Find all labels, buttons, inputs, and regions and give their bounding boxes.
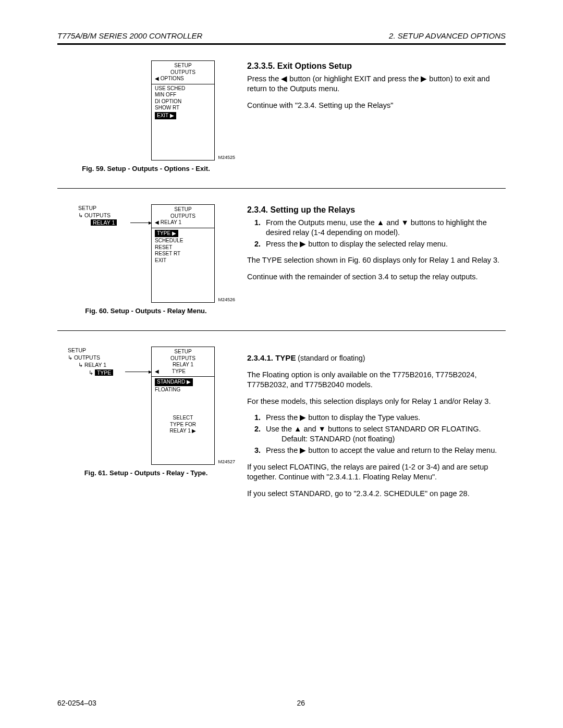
body-text: Continue with "2.3.4. Setting up the Rel… xyxy=(247,101,506,111)
lcd-head-line: RELAY 1 xyxy=(155,362,211,368)
section-heading: 2.3.4. Setting up the Relays xyxy=(247,204,506,216)
tree-item: RELAY 1 xyxy=(91,219,117,226)
list-item: Use the ▲ and ▼ buttons to select STANDA… xyxy=(263,424,506,445)
lcd-head-line: ◀ TYPE xyxy=(155,368,211,375)
header-left: T775A/B/M SERIES 2000 CONTROLLER xyxy=(57,31,202,40)
body-text: Press the ◀ button (or highlight EXIT an… xyxy=(247,74,506,94)
list-item: Press the ▶ button to display the Type v… xyxy=(263,413,506,423)
body-text: Continue with the remainder of section 3… xyxy=(247,272,506,282)
body-text: The TYPE selection shown in Fig. 60 disp… xyxy=(247,255,506,266)
body-text: If you select STANDARD, go to "2.3.4.2. … xyxy=(247,489,506,499)
list-item: Press the ▶ button to display the select… xyxy=(263,239,506,250)
figure-caption: Fig. 59. Setup - Outputs - Options - Exi… xyxy=(57,165,235,172)
lcd-item: RESET RT xyxy=(155,251,211,257)
right-arrow-icon: ▶ xyxy=(421,75,427,83)
left-arrow-icon: ◀ xyxy=(281,75,287,83)
section-type: SETUP ↳ OUTPUTS ↳ RELAY 1 ↳ TYPE SETUP O… xyxy=(57,347,506,505)
tree-item: ↳ RELAY 1 xyxy=(78,361,113,368)
figure-caption: Fig. 60. Setup - Outputs - Relay Menu. xyxy=(57,307,235,315)
lcd-item: USE SCHED xyxy=(155,85,211,92)
header-rule xyxy=(57,43,506,45)
tree-item: ↳ OUTPUTS xyxy=(78,212,117,219)
up-arrow-icon: ▲ xyxy=(377,218,384,227)
lcd-head-line: OUTPUTS xyxy=(155,69,211,76)
arrow-icon xyxy=(130,223,151,223)
menu-tree: SETUP ↳ OUTPUTS ↳ RELAY 1 ↳ TYPE xyxy=(68,347,113,376)
down-arrow-icon: ▼ xyxy=(319,425,326,433)
page-number: 26 xyxy=(297,699,305,707)
right-arrow-icon: ▶ xyxy=(300,413,306,422)
lcd-foot-line: TYPE FOR xyxy=(155,422,211,428)
default-note: Default: STANDARD (not floating) xyxy=(282,434,506,445)
lcd-fig59: SETUP OUTPUTS ◀ OPTIONS USE SCHED MIN OF… xyxy=(151,60,215,161)
lcd-item: EXIT xyxy=(155,257,211,264)
header-right: 2. SETUP ADVANCED OPTIONS xyxy=(389,31,506,40)
lcd-foot-line: SELECT xyxy=(155,415,211,422)
body-text: For these models, this selection display… xyxy=(247,397,506,407)
tree-item: SETUP xyxy=(78,204,117,212)
section-divider xyxy=(57,330,506,331)
lcd-fig60: SETUP OUTPUTS ◀ RELAY 1 TYPE ▶ SCHEDULE … xyxy=(151,204,215,303)
page-header: T775A/B/M SERIES 2000 CONTROLLER 2. SETU… xyxy=(57,31,506,40)
menu-tree: SETUP ↳ OUTPUTS RELAY 1 xyxy=(78,204,117,227)
body-text: If you select FLOATING, the relays are p… xyxy=(247,462,506,483)
body-text: The Floating option is only available on… xyxy=(247,370,506,390)
lcd-item: SCHEDULE xyxy=(155,238,211,244)
lcd-head-line: ◀ RELAY 1 xyxy=(155,219,211,226)
figure-id: M24527 xyxy=(218,459,235,464)
lcd-item-highlight: TYPE ▶ xyxy=(155,230,178,238)
tree-item: ↳ TYPE xyxy=(89,369,113,376)
figure-caption: Fig. 61. Setup - Outputs - Relay - Type. xyxy=(57,469,235,477)
section-setting-relays: SETUP ↳ OUTPUTS RELAY 1 SETUP OUTPUTS ◀ … xyxy=(57,204,506,315)
section-exit-options: SETUP OUTPUTS ◀ OPTIONS USE SCHED MIN OF… xyxy=(57,60,506,172)
lcd-fig61: SETUP OUTPUTS RELAY 1 ◀ TYPE STANDARD ▶ … xyxy=(151,347,215,465)
lcd-item: SHOW RT xyxy=(155,105,211,112)
lcd-item: FLOATING xyxy=(155,387,211,393)
figure-id: M24526 xyxy=(218,297,235,302)
up-arrow-icon: ▲ xyxy=(294,425,301,433)
page-footer: 62-0254–03 26 xyxy=(57,699,506,707)
doc-number: 62-0254–03 xyxy=(57,699,96,707)
tree-item: SETUP xyxy=(68,347,113,354)
lcd-item-highlight: STANDARD ▶ xyxy=(155,378,193,386)
right-arrow-icon: ▶ xyxy=(300,446,306,454)
down-arrow-icon: ▼ xyxy=(401,218,408,227)
arrow-icon xyxy=(125,372,151,372)
numbered-list: Press the ▶ button to display the Type v… xyxy=(247,413,506,455)
list-item: From the Outputs menu, use the ▲ and ▼ b… xyxy=(263,218,506,238)
lcd-head-line: OUTPUTS xyxy=(155,213,211,220)
lcd-item-highlight: EXIT ▶ xyxy=(155,112,176,120)
section-heading: 2.3.3.5. Exit Options Setup xyxy=(247,60,506,72)
numbered-list: From the Outputs menu, use the ▲ and ▼ b… xyxy=(247,218,506,250)
figure-id: M24525 xyxy=(218,155,235,160)
lcd-head-line: ◀ OPTIONS xyxy=(155,76,211,82)
lcd-head-line: SETUP xyxy=(155,63,211,69)
lcd-foot-line: RELAY 1 ▶ xyxy=(155,428,211,435)
lcd-head-line: OUTPUTS xyxy=(155,355,211,362)
lcd-head-line: SETUP xyxy=(155,206,211,213)
lcd-item: RESET xyxy=(155,244,211,251)
right-arrow-icon: ▶ xyxy=(300,240,306,248)
section-divider xyxy=(57,188,506,189)
lcd-item: DI OPTION xyxy=(155,98,211,105)
lcd-head-line: SETUP xyxy=(155,349,211,355)
list-item: Press the ▶ button to accept the value a… xyxy=(263,446,506,456)
tree-item: ↳ OUTPUTS xyxy=(68,354,113,361)
lcd-item: MIN OFF xyxy=(155,92,211,98)
